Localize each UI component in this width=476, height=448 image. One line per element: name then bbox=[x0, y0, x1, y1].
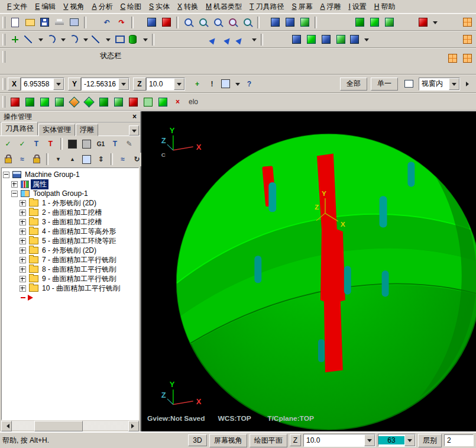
zoom-in-button[interactable] bbox=[211, 15, 225, 30]
verify-button[interactable] bbox=[22, 95, 37, 109]
create-fillet-button[interactable] bbox=[67, 33, 90, 47]
toolpath-pocket-button[interactable] bbox=[304, 33, 319, 47]
toggle-posting-button[interactable]: ≈ bbox=[116, 153, 129, 166]
draw-plane-button[interactable]: 绘图平面 bbox=[250, 434, 287, 447]
toolbar-grip[interactable] bbox=[2, 78, 5, 90]
toolpath-surface-button[interactable] bbox=[348, 33, 371, 47]
tree-op-row[interactable]: 7 - 曲面精加工平行铣削 bbox=[3, 255, 138, 265]
menu-analyze[interactable]: A分析 bbox=[88, 1, 116, 13]
z-coord-combo[interactable]: 10.0 bbox=[146, 78, 185, 91]
properties-label[interactable]: 属性 bbox=[31, 179, 48, 189]
redo-button[interactable]: ↷ bbox=[114, 15, 129, 30]
toolbar-grip[interactable] bbox=[2, 96, 5, 108]
operation-label[interactable]: 1 - 外形铣削 (2D) bbox=[40, 198, 98, 208]
operation-label[interactable]: 7 - 曲面精加工平行铣削 bbox=[40, 255, 118, 265]
scroll-track[interactable] bbox=[12, 421, 34, 430]
x-coord-combo[interactable]: 6.95358 bbox=[21, 78, 64, 91]
select-picker-button[interactable] bbox=[401, 77, 416, 91]
level-button[interactable]: 层别 bbox=[418, 434, 442, 447]
expand-icon[interactable] bbox=[20, 257, 26, 263]
expand-icon[interactable] bbox=[11, 181, 18, 188]
menu-toolpaths[interactable]: T刀具路径 bbox=[246, 1, 287, 13]
tree-op-row[interactable]: 2 - 曲面粗加工挖槽 bbox=[3, 208, 138, 217]
tab-toolpaths[interactable]: 刀具路径 bbox=[1, 122, 38, 136]
close-panel-button[interactable]: × bbox=[130, 112, 139, 121]
chain-button[interactable] bbox=[111, 95, 126, 109]
tool-manager-button[interactable] bbox=[96, 95, 111, 109]
delete-entity-button[interactable] bbox=[417, 15, 439, 30]
toolpath-contour-button[interactable] bbox=[289, 33, 304, 47]
tree-op-row[interactable]: 6 - 外形铣削 (2D) bbox=[3, 246, 138, 255]
tree-op-row[interactable]: 10 - 曲面精加工平行铣削 bbox=[3, 283, 138, 293]
menu-edit[interactable]: E编辑 bbox=[31, 1, 59, 13]
save-file-button[interactable] bbox=[37, 15, 52, 30]
delete-op-button[interactable]: × bbox=[170, 95, 185, 109]
x-coord-dropdown[interactable] bbox=[53, 78, 64, 90]
screen-view-button[interactable]: 屏幕视角 bbox=[209, 434, 247, 447]
menu-view[interactable]: V视角 bbox=[60, 1, 88, 13]
ribbon-overflow-button[interactable] bbox=[460, 77, 475, 91]
tree-properties-row[interactable]: 属性 bbox=[3, 179, 138, 189]
selection-mode-combo[interactable]: 视窗内 bbox=[419, 78, 460, 91]
grid-check-button[interactable] bbox=[141, 95, 156, 109]
lock-ops-button[interactable] bbox=[1, 153, 15, 166]
color-dropdown[interactable] bbox=[404, 434, 415, 446]
stock-setup-button[interactable] bbox=[52, 95, 67, 109]
z-coord-dropdown[interactable] bbox=[174, 78, 184, 90]
display-solid-button[interactable] bbox=[66, 137, 79, 151]
collapse-icon[interactable] bbox=[3, 172, 9, 178]
y-coord-value[interactable]: -12.56316 bbox=[82, 80, 118, 88]
operation-label[interactable]: 4 - 曲面精加工等高外形 bbox=[40, 227, 118, 237]
move-insert-button[interactable]: ⇕ bbox=[94, 153, 108, 166]
insert-arrow-row[interactable] bbox=[3, 293, 138, 302]
tree-toolpath-group-row[interactable]: Toolpath Group-1 bbox=[3, 189, 138, 198]
select-all-button[interactable]: 全部 bbox=[340, 78, 367, 91]
backplot-button[interactable] bbox=[8, 95, 22, 109]
menu-screen[interactable]: S屏幕 bbox=[288, 1, 316, 13]
toolbar-grip[interactable] bbox=[2, 34, 5, 46]
edit-params-button[interactable]: ✎ bbox=[122, 137, 136, 151]
zoom-target-button[interactable] bbox=[196, 15, 211, 30]
undo-button[interactable]: ↶ bbox=[99, 15, 114, 30]
operation-label[interactable]: 6 - 外形铣削 (2D) bbox=[40, 246, 98, 256]
menu-solids[interactable]: S实体 bbox=[145, 1, 173, 13]
y-coord-button[interactable]: Y bbox=[68, 78, 81, 91]
fastpoint-button[interactable]: + bbox=[190, 77, 205, 91]
orange-diamond-button[interactable] bbox=[67, 95, 82, 109]
tab-art[interactable]: 浮雕 bbox=[76, 124, 98, 136]
menu-file[interactable]: F文件 bbox=[4, 1, 31, 13]
create-point-button[interactable] bbox=[8, 33, 22, 47]
zoom-out-button[interactable] bbox=[225, 15, 240, 30]
machine-group-label[interactable]: Machine Group-1 bbox=[23, 170, 82, 179]
y-coord-dropdown[interactable] bbox=[118, 78, 129, 90]
scroll-thumb[interactable] bbox=[34, 421, 83, 431]
scroll-insert-button[interactable] bbox=[80, 153, 93, 166]
tree-op-row[interactable]: 5 - 曲面精加工环绕等距 bbox=[3, 236, 138, 246]
color-combo[interactable]: 63 bbox=[378, 434, 416, 447]
layout-button-1[interactable] bbox=[445, 51, 460, 65]
expand-icon[interactable] bbox=[20, 228, 26, 235]
tree-machine-group-row[interactable]: Machine Group-1 bbox=[3, 170, 138, 179]
toolpath-drill-button[interactable] bbox=[319, 33, 333, 47]
open-file-button[interactable] bbox=[22, 15, 37, 30]
menu-art[interactable]: A浮雕 bbox=[316, 1, 344, 13]
expand-icon[interactable] bbox=[20, 266, 26, 273]
create-line-button[interactable] bbox=[22, 33, 45, 47]
pan-button[interactable] bbox=[283, 15, 297, 30]
toolpath-face-button[interactable] bbox=[333, 33, 348, 47]
tree-op-row[interactable]: 4 - 曲面精加工等高外形 bbox=[3, 227, 138, 236]
toolpath-lock-button[interactable]: T bbox=[108, 137, 122, 151]
surface-wave-button[interactable] bbox=[37, 95, 52, 109]
toolpath-delete-button[interactable]: T bbox=[44, 137, 57, 151]
scroll-track[interactable] bbox=[83, 421, 128, 430]
create-arc-button[interactable] bbox=[45, 33, 67, 47]
x-coord-button[interactable]: X bbox=[8, 78, 21, 91]
tree-op-row[interactable]: 1 - 外形铣削 (2D) bbox=[3, 198, 138, 208]
transform-button[interactable] bbox=[156, 95, 170, 109]
grid-snap-button[interactable] bbox=[460, 33, 475, 47]
menu-xform[interactable]: X转换 bbox=[174, 1, 202, 13]
display-wire-button[interactable] bbox=[80, 137, 93, 151]
toolpath-group-label[interactable]: Toolpath Group-1 bbox=[31, 189, 90, 198]
z-depth-value[interactable]: 10.0 bbox=[304, 436, 364, 444]
tab-solids[interactable]: 实体管理 bbox=[38, 124, 75, 136]
